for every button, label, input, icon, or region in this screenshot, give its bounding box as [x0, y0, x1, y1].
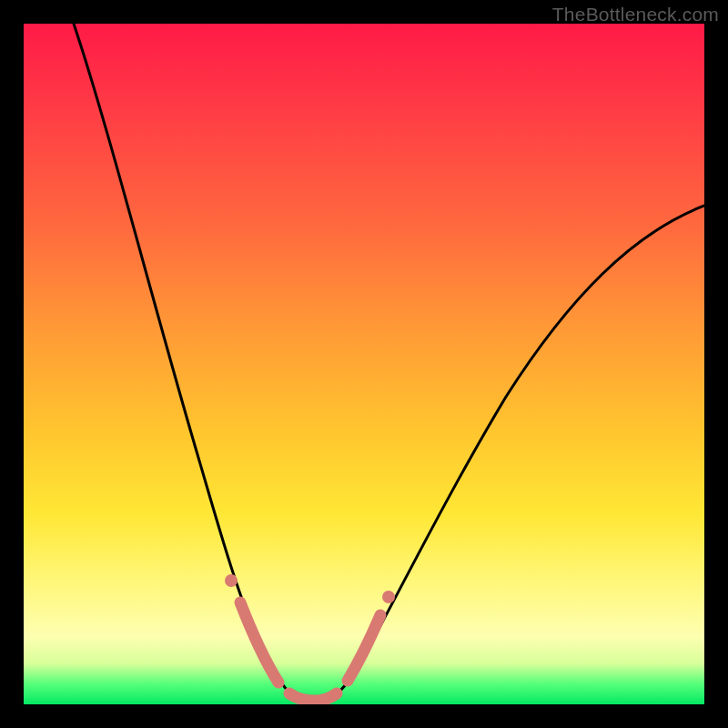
watermark-text: TheBottleneck.com: [552, 4, 719, 25]
bottleneck-curve: [24, 24, 704, 704]
accent-segment-left: [240, 602, 278, 682]
accent-segment-trough: [289, 693, 337, 701]
curve-right-branch: [326, 206, 704, 701]
accent-dot-right: [382, 591, 395, 603]
accent-dot-left: [225, 574, 238, 587]
chart-plot-area: [24, 24, 704, 704]
chart-frame: TheBottleneck.com: [0, 0, 728, 728]
curve-left-branch: [74, 24, 301, 701]
accent-segment-right: [348, 615, 380, 681]
